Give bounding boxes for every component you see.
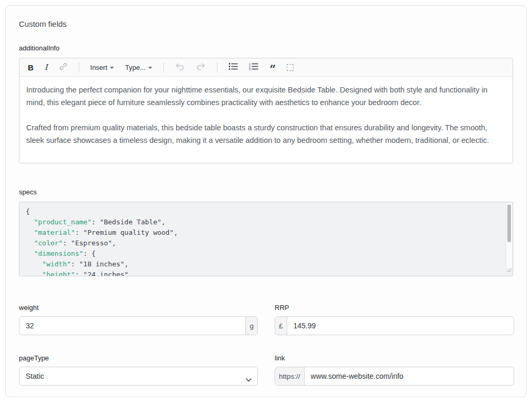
svg-text:3: 3 xyxy=(249,68,251,70)
page-type-select[interactable]: Static xyxy=(19,367,258,386)
blockquote-button[interactable]: “ xyxy=(268,62,277,72)
insert-dropdown-label: Insert xyxy=(90,64,108,71)
custom-fields-card: Custom fields additionalInfo B I xyxy=(5,5,527,397)
bullet-list-button[interactable] xyxy=(227,61,239,73)
bullet-list-icon xyxy=(228,63,238,72)
rich-text-editor: B I Insert Typ xyxy=(19,58,513,163)
field-page-type: pageType Static xyxy=(19,354,258,386)
insert-dropdown[interactable]: Insert xyxy=(89,63,116,72)
specs-label: specs xyxy=(19,188,513,196)
editor-toolbar: B I Insert Typ xyxy=(19,58,513,77)
redo-button[interactable] xyxy=(195,61,207,74)
dashed-square-icon xyxy=(287,64,294,71)
page-type-select-wrap: Static xyxy=(19,367,258,386)
type-dropdown-label: Type... xyxy=(125,64,145,71)
link-input-group: https:// xyxy=(275,367,514,386)
toolbar-divider xyxy=(79,62,79,72)
link-protocol-addon: https:// xyxy=(275,367,305,385)
rrp-currency-addon: £ xyxy=(275,317,287,335)
type-dropdown[interactable]: Type... xyxy=(124,63,153,72)
link-label: link xyxy=(275,354,514,362)
rrp-label: RRP xyxy=(275,304,514,312)
page-type-label: pageType xyxy=(19,354,258,362)
bold-button[interactable]: B xyxy=(27,62,35,73)
rrp-input[interactable] xyxy=(287,317,514,335)
chevron-down-icon xyxy=(148,67,152,69)
field-weight: weight g xyxy=(19,304,258,335)
link-button[interactable] xyxy=(58,61,69,74)
weight-unit-addon: g xyxy=(245,317,257,335)
undo-button[interactable] xyxy=(174,61,186,74)
editor-paragraph: Introducing the perfect companion for yo… xyxy=(26,84,506,109)
chevron-down-icon xyxy=(110,67,114,69)
chain-link-icon xyxy=(59,62,68,72)
ordered-list-icon: 1 2 3 xyxy=(249,63,258,72)
link-input[interactable] xyxy=(305,367,514,385)
weight-input[interactable] xyxy=(19,317,245,335)
editor-content[interactable]: Introducing the perfect companion for yo… xyxy=(19,77,513,153)
specs-code-editor[interactable]: { "product_name": "Bedside Table", "mate… xyxy=(19,202,513,276)
specs-code: { "product_name": "Bedside Table", "mate… xyxy=(19,202,513,276)
rrp-input-group: £ xyxy=(275,316,514,335)
page-title: Custom fields xyxy=(19,19,513,28)
specs-scrollbar-thumb[interactable] xyxy=(507,204,511,242)
toolbar-divider xyxy=(217,62,217,72)
weight-label: weight xyxy=(19,304,258,312)
additional-info-label: additionalInfo xyxy=(19,44,513,52)
field-rrp: RRP £ xyxy=(275,304,514,335)
weight-input-group: g xyxy=(19,316,258,335)
specs-scrollbar[interactable] xyxy=(506,203,512,268)
toolbar-divider xyxy=(163,62,164,72)
fields-grid: weight g RRP £ pageType Static xyxy=(19,304,513,386)
undo-icon xyxy=(175,63,185,72)
field-specs: specs { "product_name": "Bedside Table",… xyxy=(19,188,513,276)
redo-icon xyxy=(196,63,206,72)
italic-button[interactable]: I xyxy=(44,61,49,73)
embed-button[interactable] xyxy=(286,63,295,72)
field-additional-info: additionalInfo B I Insert xyxy=(19,44,513,163)
ordered-list-button[interactable]: 1 2 3 xyxy=(248,61,259,73)
editor-paragraph: Crafted from premium quality materials, … xyxy=(26,121,506,147)
resize-grip-icon[interactable] xyxy=(507,265,512,275)
field-link: link https:// xyxy=(275,354,514,386)
